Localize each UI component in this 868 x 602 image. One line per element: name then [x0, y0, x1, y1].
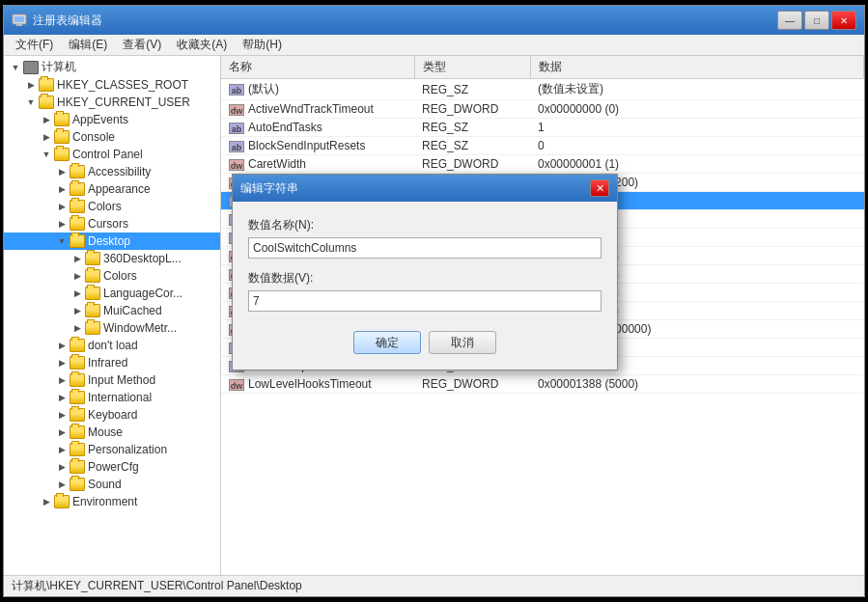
tree-toggle-console[interactable]: ▶	[39, 129, 54, 145]
tree-item-accessibility[interactable]: ▶ Accessibility	[4, 163, 220, 180]
tree-toggle-environment[interactable]: ▶	[39, 494, 54, 509]
tree-label-accessibility: Accessibility	[88, 165, 151, 178]
tree-label-desktop: Desktop	[88, 234, 130, 248]
folder-icon-languagecor	[85, 287, 100, 300]
tree-toggle-dontload[interactable]: ▶	[54, 338, 70, 353]
dialog-body: 数值名称(N): 数值数据(V): 确定 取消	[233, 202, 617, 369]
tree-label-appevents: AppEvents	[72, 113, 128, 126]
maximize-button[interactable]: □	[804, 11, 829, 30]
tree-item-environment[interactable]: ▶ Environment	[4, 493, 220, 510]
tree-item-dontload[interactable]: ▶ don't load	[4, 337, 220, 354]
tree-toggle-appearance[interactable]: ▶	[54, 181, 70, 197]
folder-icon-accessibility	[70, 165, 85, 178]
tree-toggle-international[interactable]: ▶	[54, 390, 70, 405]
tree-toggle-languagecor[interactable]: ▶	[70, 286, 85, 301]
tree-item-muicached[interactable]: ▶ MuiCached	[4, 302, 220, 319]
tree-toggle-accessibility[interactable]: ▶	[54, 164, 70, 179]
table-row[interactable]: abBlockSendInputResets REG_SZ 0	[221, 137, 864, 155]
folder-icon-dontload	[70, 339, 85, 352]
minimize-button[interactable]: —	[777, 11, 802, 30]
tree-item-colors2[interactable]: ▶ Colors	[4, 267, 220, 285]
tree-item-appearance[interactable]: ▶ Appearance	[4, 180, 220, 198]
tree-toggle-keyboard[interactable]: ▶	[54, 407, 70, 423]
tree-label-hkcr: HKEY_CLASSES_ROOT	[57, 78, 188, 92]
tree-item-desktop[interactable]: ▼ Desktop	[4, 233, 220, 250]
tree-item-languagecor[interactable]: ▶ LanguageCor...	[4, 285, 220, 302]
tree-toggle-360desktop[interactable]: ▶	[70, 251, 85, 266]
folder-icon-desktop	[70, 234, 85, 248]
tree-item-cursors[interactable]: ▶ Cursors	[4, 215, 220, 233]
tree-item-inputmethod[interactable]: ▶ Input Method	[4, 371, 220, 389]
tree-item-keyboard[interactable]: ▶ Keyboard	[4, 406, 220, 424]
menu-edit[interactable]: 编辑(E)	[61, 35, 115, 55]
tree-item-computer[interactable]: ▼ 计算机	[4, 58, 220, 76]
tree-toggle-desktop[interactable]: ▼	[54, 233, 70, 249]
folder-icon-cursors	[70, 217, 85, 231]
tree-toggle-colors2[interactable]: ▶	[70, 268, 85, 284]
title-bar-controls: — □ ✕	[777, 11, 856, 30]
table-row[interactable]: dwLowLevelHooksTimeout REG_DWORD 0x00001…	[221, 375, 864, 394]
dialog-cancel-button[interactable]: 取消	[429, 331, 496, 354]
folder-icon-powercfg	[70, 460, 85, 474]
tree-label-personalization: Personalization	[88, 443, 167, 456]
close-button[interactable]: ✕	[831, 11, 856, 30]
tree-label-360desktop: 360DesktopL...	[103, 252, 182, 265]
tree-label-colors2: Colors	[103, 269, 137, 283]
tree-pane[interactable]: ▼ 计算机 ▶ HKEY_CLASSES_ROOT ▼ HKEY_CURRENT…	[4, 56, 221, 575]
tree-item-hkcu[interactable]: ▼ HKEY_CURRENT_USER	[4, 94, 220, 111]
tree-item-international[interactable]: ▶ International	[4, 389, 220, 406]
menu-bar: 文件(F) 编辑(E) 查看(V) 收藏夹(A) 帮助(H)	[4, 35, 864, 56]
dialog-name-input[interactable]	[248, 237, 602, 259]
folder-icon-hkcu	[39, 96, 54, 109]
tree-label-powercfg: PowerCfg	[88, 460, 139, 474]
tree-label-windowmetr: WindowMetr...	[103, 321, 177, 335]
tree-toggle-inputmethod[interactable]: ▶	[54, 372, 70, 388]
table-row[interactable]: abAutoEndTasks REG_SZ 1	[221, 119, 864, 137]
dialog-close-button[interactable]: ✕	[590, 179, 609, 197]
svg-rect-2	[16, 24, 22, 26]
tree-item-mouse[interactable]: ▶ Mouse	[4, 424, 220, 441]
tree-item-hkcr[interactable]: ▶ HKEY_CLASSES_ROOT	[4, 76, 220, 94]
tree-item-360desktop[interactable]: ▶ 360DesktopL...	[4, 250, 220, 267]
tree-item-windowmetr[interactable]: ▶ WindowMetr...	[4, 319, 220, 337]
tree-item-controlpanel[interactable]: ▼ Control Panel	[4, 146, 220, 163]
tree-toggle-personalization[interactable]: ▶	[54, 442, 70, 457]
tree-item-appevents[interactable]: ▶ AppEvents	[4, 111, 220, 128]
tree-item-console[interactable]: ▶ Console	[4, 128, 220, 146]
tree-label-muicached: MuiCached	[103, 304, 162, 317]
tree-item-sound[interactable]: ▶ Sound	[4, 476, 220, 493]
tree-toggle-hkcu[interactable]: ▼	[23, 95, 39, 110]
folder-icon-hkcr	[39, 78, 54, 92]
tree-item-colors[interactable]: ▶ Colors	[4, 198, 220, 215]
menu-view[interactable]: 查看(V)	[115, 35, 169, 55]
tree-toggle-colors[interactable]: ▶	[54, 199, 70, 214]
folder-icon-infrared	[70, 356, 85, 369]
menu-help[interactable]: 帮助(H)	[235, 35, 290, 55]
tree-toggle-controlpanel[interactable]: ▼	[39, 147, 54, 162]
tree-item-powercfg[interactable]: ▶ PowerCfg	[4, 458, 220, 476]
tree-toggle-sound[interactable]: ▶	[54, 477, 70, 492]
tree-toggle-appevents[interactable]: ▶	[39, 112, 54, 127]
menu-file[interactable]: 文件(F)	[8, 35, 61, 55]
tree-item-infrared[interactable]: ▶ Infrared	[4, 354, 220, 371]
tree-toggle-hkcr[interactable]: ▶	[23, 77, 39, 93]
dialog-ok-button[interactable]: 确定	[353, 331, 421, 354]
tree-toggle-computer[interactable]: ▼	[8, 60, 23, 75]
computer-icon	[23, 61, 39, 74]
tree-label-languagecor: LanguageCor...	[103, 287, 182, 300]
tree-toggle-powercfg[interactable]: ▶	[54, 459, 70, 475]
menu-favorites[interactable]: 收藏夹(A)	[169, 35, 235, 55]
tree-toggle-mouse[interactable]: ▶	[54, 424, 70, 440]
dialog-data-input[interactable]	[248, 290, 602, 312]
tree-toggle-muicached[interactable]: ▶	[70, 303, 85, 318]
tree-label-keyboard: Keyboard	[88, 408, 137, 422]
title-bar-left: 注册表编辑器	[12, 13, 102, 29]
tree-label-environment: Environment	[72, 495, 137, 508]
tree-toggle-infrared[interactable]: ▶	[54, 355, 70, 370]
table-row[interactable]: dwActiveWndTrackTimeout REG_DWORD 0x0000…	[221, 100, 864, 119]
tree-toggle-cursors[interactable]: ▶	[54, 216, 70, 232]
tree-item-personalization[interactable]: ▶ Personalization	[4, 441, 220, 458]
tree-toggle-windowmetr[interactable]: ▶	[70, 320, 85, 336]
table-row[interactable]: dwCaretWidth REG_DWORD 0x00000001 (1)	[221, 155, 864, 174]
table-row[interactable]: ab(默认) REG_SZ (数值未设置)	[221, 79, 864, 100]
